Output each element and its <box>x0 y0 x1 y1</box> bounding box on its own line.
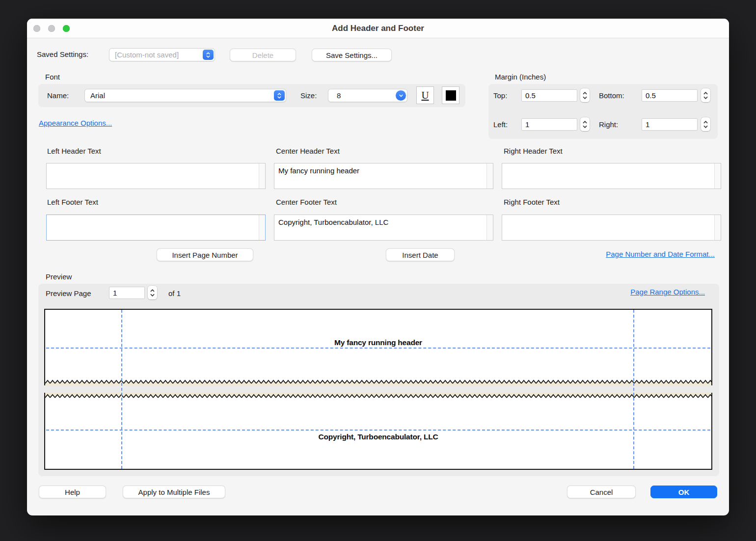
color-swatch-icon <box>446 90 456 101</box>
stepper-up-icon <box>703 91 708 95</box>
help-button[interactable]: Help <box>39 486 106 498</box>
font-size-value: 8 <box>337 91 341 100</box>
right-header-field-wrap <box>502 163 721 189</box>
underline-button[interactable]: U <box>416 86 434 104</box>
textarea-scrollbar[interactable] <box>486 163 493 189</box>
insert-page-number-button[interactable]: Insert Page Number <box>157 248 253 261</box>
torn-edge-icon <box>45 393 711 399</box>
saved-settings-value: [Custom-not saved] <box>115 51 179 59</box>
stepper-down-icon <box>703 96 708 100</box>
margin-top-input[interactable] <box>521 89 577 102</box>
textarea-scrollbar[interactable] <box>486 215 493 240</box>
font-name-dropdown[interactable]: Arial <box>84 89 286 102</box>
stepper-up-icon <box>703 120 708 124</box>
margin-right-stepper[interactable] <box>701 117 710 131</box>
preview-page-bottom-section: Copyright, Turboencabulator, LLC <box>44 393 712 470</box>
right-margin-guide <box>633 310 634 469</box>
stepper-up-icon <box>150 289 155 293</box>
cancel-button[interactable]: Cancel <box>567 486 636 498</box>
stepper-down-icon <box>582 125 588 129</box>
preview-page-stepper[interactable] <box>148 286 157 299</box>
stepper-down-icon <box>703 125 708 129</box>
chevron-down-icon <box>396 90 406 101</box>
font-name-value: Arial <box>90 91 105 100</box>
top-margin-guide <box>46 348 710 349</box>
margin-section-label: Margin (Inches) <box>495 73 546 81</box>
minimize-button[interactable] <box>48 25 55 32</box>
textarea-scrollbar[interactable] <box>714 163 721 189</box>
center-footer-label: Center Footer Text <box>276 198 337 206</box>
font-name-label: Name: <box>47 91 69 100</box>
margin-left-stepper[interactable] <box>580 117 590 131</box>
delete-button[interactable]: Delete <box>230 49 296 61</box>
center-footer-field-wrap: Copyright, Turboencabulator, LLC <box>274 215 493 241</box>
dialog-title: Add Header and Footer <box>27 19 729 38</box>
center-footer-field[interactable]: Copyright, Turboencabulator, LLC <box>274 215 486 240</box>
insert-date-button[interactable]: Insert Date <box>386 248 455 261</box>
textarea-scrollbar[interactable] <box>714 215 721 240</box>
stepper-up-icon <box>582 91 588 95</box>
saved-settings-dropdown[interactable]: [Custom-not saved] <box>109 48 215 61</box>
right-footer-label: Right Footer Text <box>504 198 560 206</box>
left-header-field[interactable] <box>47 163 258 189</box>
right-header-field[interactable] <box>502 163 714 189</box>
add-header-footer-dialog: Add Header and Footer Saved Settings: [C… <box>27 19 729 515</box>
margin-left-input[interactable] <box>521 118 577 131</box>
margin-bottom-stepper[interactable] <box>701 88 710 102</box>
preview-footer-text: Copyright, Turboencabulator, LLC <box>45 433 711 441</box>
left-margin-guide <box>121 310 122 469</box>
margin-right-label: Right: <box>599 120 638 129</box>
textarea-scrollbar[interactable] <box>259 215 265 240</box>
left-footer-field-wrap <box>46 215 266 241</box>
close-button[interactable] <box>33 25 40 32</box>
preview-page-input[interactable] <box>109 287 145 299</box>
preview-of-label: of 1 <box>168 289 181 298</box>
left-header-field-wrap <box>46 163 266 189</box>
center-header-field-wrap: My fancy running header <box>274 163 493 189</box>
save-settings-button[interactable]: Save Settings... <box>312 49 392 61</box>
stepper-down-icon <box>582 96 588 100</box>
margin-top-stepper[interactable] <box>580 88 590 102</box>
stepper-up-icon <box>582 120 588 124</box>
center-header-label: Center Header Text <box>276 147 340 155</box>
appearance-options-link[interactable]: Appearance Options... <box>39 119 112 127</box>
bottom-margin-guide <box>46 430 710 431</box>
dropdown-updown-icon <box>203 50 214 60</box>
textarea-scrollbar[interactable] <box>259 163 265 189</box>
dropdown-updown-icon <box>274 90 285 101</box>
left-footer-label: Left Footer Text <box>47 198 98 206</box>
ok-button[interactable]: OK <box>650 486 717 498</box>
preview-page-label: Preview Page <box>46 289 91 298</box>
preview-section-label: Preview <box>46 272 72 281</box>
center-header-field[interactable]: My fancy running header <box>274 163 486 189</box>
right-footer-field[interactable] <box>502 215 714 240</box>
page-number-date-format-link[interactable]: Page Number and Date Format... <box>606 250 715 258</box>
zoom-button[interactable] <box>63 25 70 32</box>
torn-edge-icon <box>45 379 711 385</box>
preview-page-area: My fancy running header <box>44 309 712 470</box>
margin-bottom-input[interactable] <box>642 89 698 102</box>
font-color-button[interactable] <box>442 86 459 104</box>
apply-to-multiple-files-button[interactable]: Apply to Multiple Files <box>123 486 225 498</box>
preview-page-top-section: My fancy running header <box>44 309 712 385</box>
right-footer-field-wrap <box>502 215 721 241</box>
margin-top-label: Top: <box>493 91 518 100</box>
page-range-options-link[interactable]: Page Range Options... <box>630 288 705 296</box>
font-size-combo[interactable]: 8 <box>328 89 407 102</box>
margin-left-label: Left: <box>493 120 518 129</box>
saved-settings-label: Saved Settings: <box>37 50 88 58</box>
margin-right-input[interactable] <box>642 118 698 131</box>
right-header-label: Right Header Text <box>504 147 563 155</box>
stepper-down-icon <box>150 293 155 297</box>
font-size-label: Size: <box>300 91 317 100</box>
titlebar: Add Header and Footer <box>27 19 729 38</box>
margin-bottom-label: Bottom: <box>599 91 638 100</box>
left-footer-field[interactable] <box>47 215 258 240</box>
font-section-label: Font <box>45 73 60 81</box>
left-header-label: Left Header Text <box>47 147 101 155</box>
preview-header-text: My fancy running header <box>45 338 711 347</box>
